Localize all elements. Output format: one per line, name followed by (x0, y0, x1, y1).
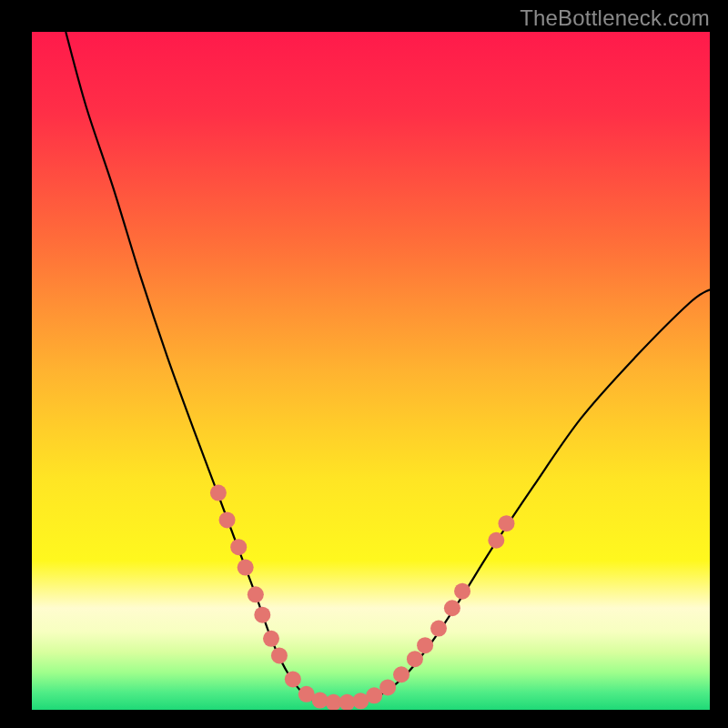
marker-dot (210, 485, 227, 501)
gradient-background (32, 32, 710, 710)
marker-dot (454, 583, 470, 600)
marker-dot (444, 600, 460, 616)
chart-svg (32, 32, 710, 710)
marker-dot (238, 560, 254, 576)
marker-dot (285, 671, 301, 687)
marker-dot (407, 651, 423, 667)
marker-dot (271, 647, 288, 663)
marker-dot (379, 679, 396, 695)
marker-dot (248, 586, 264, 602)
marker-dot (417, 637, 433, 653)
plot-area (32, 32, 710, 710)
marker-dot (393, 666, 410, 682)
marker-dot (219, 511, 236, 528)
watermark-text: TheBottleneck.com (520, 5, 710, 31)
marker-dot (488, 532, 504, 549)
marker-dot (499, 515, 515, 531)
chart-frame: TheBottleneck.com (0, 0, 728, 728)
marker-dot (263, 631, 279, 647)
marker-dot (254, 607, 270, 623)
marker-dot (430, 621, 447, 637)
marker-dot (230, 539, 247, 555)
